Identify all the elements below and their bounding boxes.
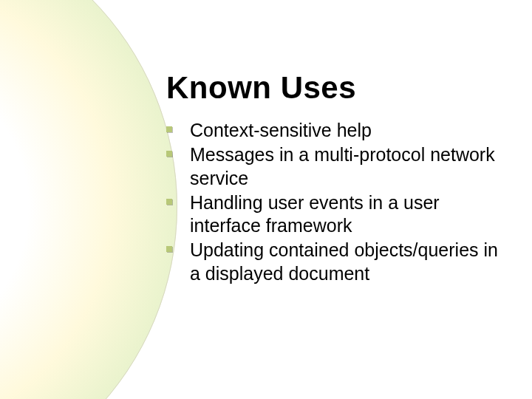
list-item-text: Context-sensitive help [190, 120, 372, 140]
content-area: Known Uses Context-sensitive help Messag… [166, 70, 506, 287]
background-arc-border [0, 0, 177, 399]
square-bullet-icon [166, 246, 172, 252]
square-bullet-icon [166, 199, 172, 205]
list-item: Updating contained objects/queries in a … [166, 239, 506, 285]
square-bullet-icon [166, 126, 172, 132]
list-item-text: Handling user events in a user interface… [190, 192, 440, 236]
slide-title: Known Uses [166, 70, 506, 106]
square-bullet-icon [166, 151, 172, 157]
list-item-text: Updating contained objects/queries in a … [190, 239, 498, 283]
list-item-text: Messages in a multi-protocol network ser… [190, 144, 495, 188]
bullet-list: Context-sensitive help Messages in a mul… [166, 119, 506, 285]
list-item: Handling user events in a user interface… [166, 191, 506, 238]
list-item: Context-sensitive help [166, 119, 506, 142]
list-item: Messages in a multi-protocol network ser… [166, 143, 506, 190]
slide: Known Uses Context-sensitive help Messag… [0, 0, 532, 399]
